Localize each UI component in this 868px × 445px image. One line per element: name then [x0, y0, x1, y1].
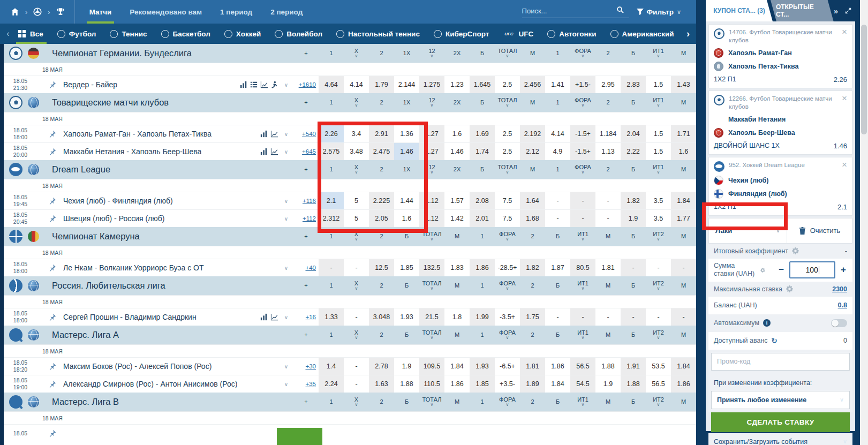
sport-item-все[interactable]: Все [18, 24, 43, 44]
sport-item-баскетбол[interactable]: Баскетбол [161, 24, 210, 44]
odd-cell[interactable]: 4.14 [545, 125, 570, 142]
column-header-б[interactable]: Б [621, 167, 646, 173]
column-header-2x[interactable]: 2X [444, 167, 470, 173]
column-header-м[interactable]: М [671, 399, 696, 405]
chevron-down-icon[interactable]: ∨ [284, 149, 288, 155]
column-header-м[interactable]: М [595, 283, 621, 289]
sport-item-автогонки[interactable]: Автогонки [547, 24, 596, 44]
automax-toggle[interactable] [831, 319, 847, 327]
odd-cell[interactable]: 2.08 [470, 192, 495, 209]
gear-icon[interactable] [760, 267, 765, 274]
column-header-2[interactable]: 2 [520, 233, 545, 240]
column-header-ит1[interactable]: ИТ1∨ [570, 231, 595, 242]
column-header-б[interactable]: Б [621, 50, 646, 57]
chevron-down-icon[interactable]: ∨ [284, 131, 288, 137]
chevron-down-icon[interactable]: ∨ [284, 216, 288, 222]
odd-cell[interactable]: 1.89 [520, 375, 545, 393]
pin-icon[interactable] [49, 429, 56, 437]
column-header-м[interactable]: М [671, 50, 696, 57]
odd-cell[interactable]: 1.9 [621, 210, 646, 227]
column-header-2[interactable]: 2 [520, 399, 545, 405]
expand-icon[interactable] [844, 7, 852, 14]
topbar-tab-4[interactable]: 2 период [261, 0, 312, 24]
odd-cell[interactable]: - [621, 259, 646, 276]
line-chart-icon[interactable] [270, 148, 278, 155]
odd-cell[interactable]: 1.93 [394, 308, 419, 326]
sport-item-киберспорт[interactable]: КиберСпорт [434, 24, 489, 44]
event-name[interactable]: Швеция (люб) - Россия (люб) [63, 214, 164, 223]
column-header-м[interactable]: М [595, 233, 621, 240]
odd-cell[interactable]: 4.9 [545, 143, 570, 160]
odd-cell[interactable]: 1.83 [444, 259, 470, 276]
odd-cell[interactable]: -3.5+ [495, 308, 520, 326]
odd-cell[interactable]: - [595, 192, 621, 209]
column-header-1x[interactable]: 1X [394, 100, 419, 106]
column-header-тотал[interactable]: ТОТАЛ∨ [495, 164, 520, 175]
odd-cell[interactable]: 1.88 [621, 375, 646, 393]
column-header-+[interactable]: + [293, 283, 319, 289]
column-header-x[interactable]: X∨ [344, 330, 369, 341]
odd-cell[interactable]: -28.5+ [495, 259, 520, 276]
column-header-фора[interactable]: ФОРА∨ [570, 97, 595, 108]
promo-code-input[interactable] [711, 353, 850, 371]
pin-icon[interactable] [49, 313, 56, 321]
column-header-x[interactable]: X∨ [344, 97, 369, 108]
more-markets-link[interactable]: +645 [302, 148, 316, 155]
odd-cell[interactable]: 3.048 [369, 308, 394, 326]
column-header-б[interactable]: Б [394, 399, 419, 405]
column-header-б[interactable]: Б [470, 167, 495, 173]
odd-cell[interactable]: 1.23 [444, 76, 470, 93]
column-header-ит2[interactable]: ИТ2∨ [646, 330, 671, 341]
column-header-1[interactable]: 1 [470, 233, 495, 240]
bar-chart-icon[interactable] [260, 313, 268, 321]
odd-cell[interactable]: - [595, 308, 621, 326]
odd-cell[interactable]: 7.5 [495, 192, 520, 209]
column-header-б[interactable]: Б [621, 233, 646, 240]
column-header-м[interactable]: М [444, 332, 470, 338]
odd-cell[interactable]: 1.79 [369, 76, 394, 93]
column-header-2[interactable]: 2 [520, 283, 545, 289]
column-header-ит1[interactable]: ИТ1∨ [646, 48, 671, 59]
odd-cell[interactable]: 7.5 [495, 210, 520, 227]
odd-cell[interactable]: 2.144 [394, 76, 419, 93]
page-scrollbar[interactable] [860, 0, 868, 445]
column-header-1[interactable]: 1 [319, 283, 344, 289]
odd-cell[interactable]: 1.84 [671, 358, 696, 375]
odd-cell[interactable]: 1.85 [394, 259, 419, 276]
column-header-1x[interactable]: 1X [394, 50, 419, 57]
tab-coupon[interactable]: КУПОН СТА... (3) [706, 0, 773, 21]
odd-cell[interactable]: 1.5 [646, 143, 671, 160]
scroll-left-arrow[interactable]: ‹ [0, 29, 16, 39]
column-header-2[interactable]: 2 [369, 283, 394, 289]
column-header-1[interactable]: 1 [470, 283, 495, 289]
bar-chart-icon[interactable] [240, 81, 247, 88]
sport-item-ufc[interactable]: UFCUFC [503, 24, 533, 44]
event-name[interactable]: Александр Смирнов (Рос) - Антон Анисимов… [63, 380, 237, 388]
column-header-м[interactable]: М [671, 167, 696, 173]
column-header-2[interactable]: 2 [369, 399, 394, 405]
column-header-м[interactable]: М [520, 100, 545, 106]
pin-icon[interactable] [49, 81, 56, 88]
odd-cell[interactable]: 2.01 [470, 210, 495, 227]
odd-cell[interactable]: 1.69 [470, 125, 495, 142]
column-header-2[interactable]: 2 [369, 50, 394, 57]
odd-cell[interactable]: 1.6 [671, 143, 696, 160]
odd-cell[interactable]: -1.5+ [570, 143, 595, 160]
odd-cell[interactable]: - [671, 259, 696, 276]
odd-cell[interactable]: 132.5 [419, 259, 444, 276]
trophy-icon[interactable] [55, 6, 66, 17]
odd-cell[interactable]: - [671, 308, 696, 326]
odd-cell[interactable]: 1.82 [621, 192, 646, 209]
collapse-panel-icon[interactable]: » [834, 6, 838, 16]
odd-cell[interactable]: - [570, 192, 595, 209]
place-bet-button[interactable]: СДЕЛАТЬ СТАВКУ [711, 412, 850, 432]
scrollbar-thumb[interactable] [861, 25, 867, 134]
odd-cell[interactable]: 1.42 [444, 210, 470, 227]
odd-cell[interactable]: 1.275 [419, 76, 444, 93]
odd-cell[interactable]: 1.9 [394, 358, 419, 375]
column-header-б[interactable]: Б [394, 332, 419, 338]
stake-decrease-button[interactable]: − [778, 265, 785, 275]
column-header-фора[interactable]: ФОРА∨ [495, 330, 520, 341]
stake-increase-button[interactable]: + [840, 265, 847, 275]
sport-item-теннис[interactable]: Теннис [110, 24, 147, 44]
